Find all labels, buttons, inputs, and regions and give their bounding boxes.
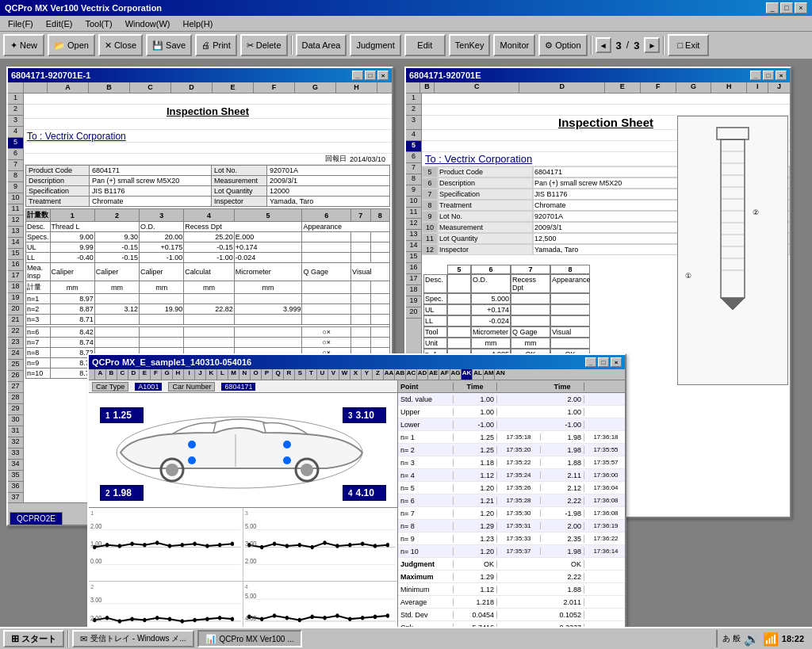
prev-page-button[interactable]: ◄ (596, 37, 611, 53)
menu-edit[interactable]: Edit(E) (41, 18, 78, 29)
bottom-maximize[interactable]: □ (598, 357, 609, 367)
menu-file[interactable]: File(F) (3, 18, 38, 29)
svg-point-69 (143, 617, 146, 622)
close-icon: ✕ (105, 40, 112, 51)
toolbar-sep-1 (291, 36, 293, 55)
left-sheet-tab[interactable]: QCPRO2E (10, 512, 63, 525)
page-navigation: ◄ 3 / 3 ► (596, 37, 661, 53)
svg-point-49 (272, 542, 275, 546)
right-window-title: 6804171-920701E (409, 71, 481, 80)
start-icon: ⊞ (11, 633, 19, 644)
measurement-4: 4.10 (356, 487, 374, 498)
svg-text:5.00: 5.00 (245, 521, 257, 530)
app-title: QCPro MX Ver100 Vectrix Corporation (5, 3, 162, 13)
close-button[interactable]: ✕ Close (98, 34, 143, 56)
print-icon: 🖨 (201, 40, 210, 50)
bottom-window: QCPro MX_E_sample1_140310-054016 _ □ × A… (87, 353, 626, 627)
monitor-button[interactable]: Monitor (493, 34, 535, 56)
network-icon: 📶 (763, 632, 779, 647)
speaker-icon: 🔊 (744, 632, 760, 647)
svg-marker-13 (721, 298, 745, 310)
menu-bar: File(F) Edit(E) Tool(T) Window(W) Help(H… (0, 16, 812, 32)
print-button[interactable]: 🖨 Print (195, 34, 237, 56)
svg-point-85 (272, 613, 275, 618)
tenkey-button[interactable]: TenKey (449, 34, 491, 56)
svg-text:5.00: 5.00 (245, 590, 257, 599)
car-number-label: Car Number (168, 382, 215, 391)
svg-point-86 (285, 615, 288, 620)
svg-text:①: ① (685, 272, 691, 280)
svg-point-39 (218, 543, 221, 547)
svg-text:2.00: 2.00 (245, 556, 257, 565)
new-button[interactable]: ✦ New (3, 34, 44, 56)
svg-text:2.00: 2.00 (90, 521, 102, 530)
svg-point-38 (205, 544, 209, 548)
svg-point-40 (231, 542, 234, 546)
svg-point-88 (310, 614, 313, 619)
svg-text:4.00: 4.00 (245, 613, 257, 621)
left-maximize[interactable]: □ (365, 71, 376, 80)
svg-text:②: ② (753, 208, 759, 216)
bottom-window-titlebar: QCPro MX_E_sample1_140310-054016 _ □ × (89, 355, 625, 369)
svg-point-31 (118, 544, 121, 548)
close-btn[interactable]: × (795, 2, 807, 13)
right-minimize[interactable]: _ (750, 71, 761, 80)
exit-button[interactable]: □ Exit (668, 34, 709, 56)
window-controls: _ □ × (766, 2, 807, 13)
left-lot-qty: 12000 (267, 186, 389, 197)
option-icon: ⚙ (545, 40, 553, 51)
delete-button[interactable]: ✂ Delete (240, 34, 288, 56)
minimize-btn[interactable]: _ (766, 2, 779, 13)
svg-point-67 (118, 619, 121, 624)
svg-point-48 (260, 545, 263, 549)
menu-help[interactable]: Help(H) (178, 18, 217, 29)
right-close[interactable]: × (776, 71, 787, 80)
data-area-button[interactable]: Data Area (296, 34, 347, 56)
page-separator: / (626, 40, 629, 51)
right-maximize[interactable]: □ (763, 71, 774, 80)
save-icon: 💾 (152, 40, 163, 51)
svg-point-35 (168, 544, 171, 548)
svg-point-66 (105, 615, 109, 620)
svg-point-54 (335, 544, 339, 548)
open-button[interactable]: 📂 Open (48, 34, 95, 56)
judgment-button[interactable]: Judgment (350, 34, 400, 56)
taskbar-item-qcpro[interactable]: 📊 QCPro MX Ver100 ... (197, 630, 302, 647)
car-type-value: A1001 (135, 383, 162, 391)
svg-point-70 (155, 615, 159, 620)
menu-tool[interactable]: Tool(T) (80, 18, 117, 29)
clock: 18:22 (782, 634, 804, 643)
total-pages: 3 (630, 40, 642, 52)
bottom-close[interactable]: × (611, 357, 622, 367)
toolbar-sep-3 (663, 36, 665, 55)
main-area: 6804171-920701E-1 _ □ × 1 2 3 4 5 6 7 8 … (0, 60, 812, 627)
save-button[interactable]: 💾 Save (146, 34, 192, 56)
svg-point-30 (105, 543, 109, 547)
new-icon: ✦ (10, 40, 17, 51)
next-page-button[interactable]: ► (644, 37, 660, 53)
taskbar-item-mail[interactable]: ✉ 受信トレイ - Windows メ... (72, 630, 194, 647)
svg-point-71 (168, 617, 171, 621)
car-type-label: Car Type (92, 382, 128, 391)
edit-button[interactable]: Edit (404, 34, 446, 56)
svg-text:2.00: 2.00 (90, 613, 102, 621)
bottom-minimize[interactable]: _ (585, 357, 596, 367)
svg-point-32 (131, 542, 134, 546)
left-close[interactable]: × (377, 71, 389, 80)
svg-point-33 (143, 543, 146, 547)
menu-window[interactable]: Window(W) (121, 18, 175, 29)
option-button[interactable]: ⚙ Option (538, 34, 587, 56)
left-sheet-to: To : Vectrix Corporation (24, 130, 392, 143)
svg-point-68 (131, 617, 134, 621)
svg-point-51 (297, 543, 301, 547)
screw-diagram: ① ② (677, 116, 788, 385)
start-button[interactable]: ⊞ スタート (3, 630, 64, 647)
svg-text:3.00: 3.00 (90, 595, 102, 604)
open-icon: 📂 (54, 40, 65, 51)
left-spec: JIS B1176 (90, 186, 212, 197)
maximize-btn[interactable]: □ (780, 2, 793, 13)
chart-2: 2 (89, 582, 243, 628)
left-minimize[interactable]: _ (352, 71, 363, 80)
svg-point-89 (323, 615, 326, 620)
svg-text:1.00: 1.00 (90, 539, 102, 548)
